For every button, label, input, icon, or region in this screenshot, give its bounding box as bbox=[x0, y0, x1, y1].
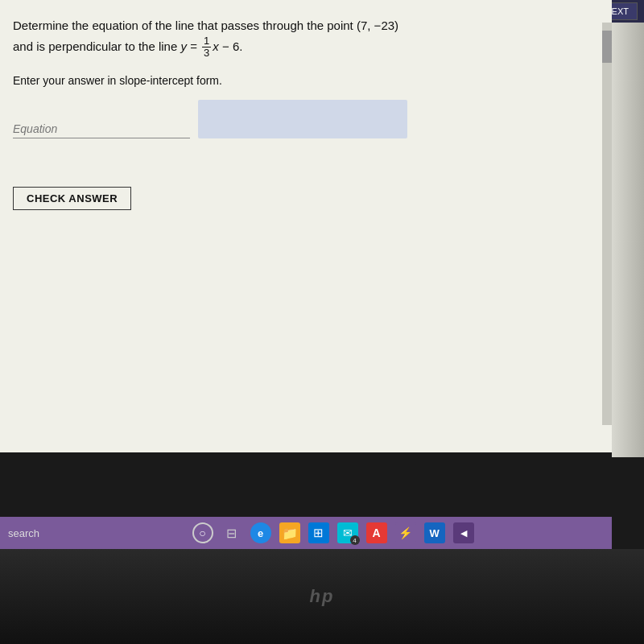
windows-store-icon[interactable]: ⊞ bbox=[308, 522, 329, 543]
word-icon[interactable]: W bbox=[424, 522, 445, 543]
content-area: Determine the equation of the line that … bbox=[0, 0, 612, 419]
search-label[interactable]: search bbox=[8, 527, 39, 539]
folder-icon[interactable]: 📁 bbox=[279, 522, 300, 543]
mail-icon[interactable]: ✉ 4 bbox=[337, 522, 358, 543]
check-answer-button[interactable]: CHECK ANSWER bbox=[13, 187, 131, 210]
scrollbar[interactable] bbox=[602, 23, 612, 425]
answer-box bbox=[198, 100, 407, 138]
screen-area: Determine the equation of the line that … bbox=[0, 0, 612, 452]
acrobat-icon[interactable]: A bbox=[366, 522, 387, 543]
mail-badge: 4 bbox=[350, 535, 360, 545]
scrollbar-thumb[interactable] bbox=[602, 31, 612, 63]
question-text-part1: Determine the equation of the line that … bbox=[13, 19, 398, 32]
circle-icon[interactable]: ○ bbox=[192, 522, 213, 543]
input-row bbox=[13, 100, 592, 138]
extra-icon[interactable]: ◀ bbox=[453, 522, 474, 543]
equation-input[interactable] bbox=[13, 122, 190, 135]
question-text-part2: and is perpendicular to the line y = bbox=[13, 39, 200, 53]
task-view-icon[interactable]: ⊟ bbox=[221, 522, 242, 543]
bezel-bottom: hp bbox=[0, 549, 644, 644]
taskbar-icons: ○ ⊟ e 📁 ⊞ ✉ 4 A ⚡ W ◀ bbox=[62, 522, 604, 543]
equation-input-wrapper bbox=[13, 122, 190, 138]
instruction-text: Enter your answer in slope-intercept for… bbox=[13, 74, 592, 87]
hp-logo: hp bbox=[310, 586, 335, 607]
fraction-display: 13 bbox=[202, 35, 211, 60]
question-text: Determine the equation of the line that … bbox=[13, 16, 592, 60]
taskbar: search ○ ⊟ e 📁 ⊞ ✉ 4 A ⚡ W ◀ bbox=[0, 517, 612, 549]
edge-icon[interactable]: e bbox=[250, 522, 271, 543]
right-panel bbox=[612, 23, 644, 457]
lightning-icon[interactable]: ⚡ bbox=[395, 522, 416, 543]
